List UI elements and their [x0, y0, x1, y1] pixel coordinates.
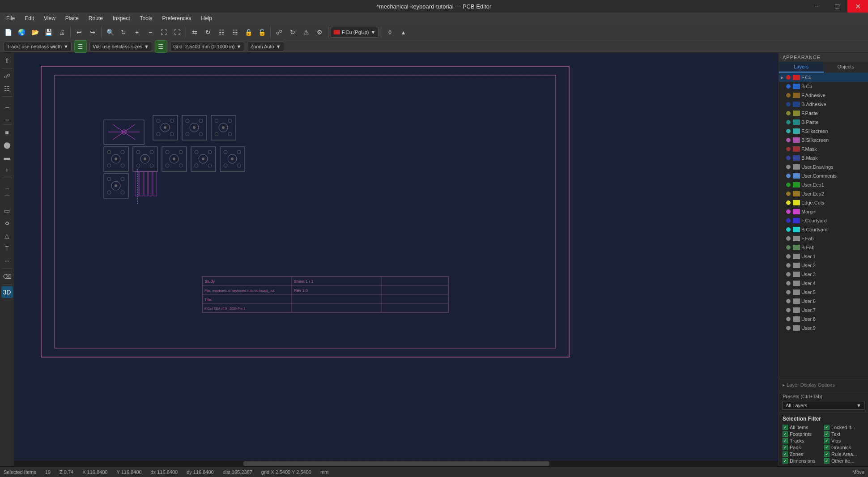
redo2-button[interactable]: ↻: [117, 26, 130, 38]
layer-visibility-dot[interactable]: [786, 156, 791, 160]
layer-visibility-dot[interactable]: [786, 102, 791, 106]
layer-visibility-dot[interactable]: [786, 236, 791, 241]
layer-visibility-dot[interactable]: [786, 254, 791, 259]
ungroup-button[interactable]: ☷: [229, 26, 241, 38]
delete-tool[interactable]: ⌫: [1, 271, 13, 282]
undo-button[interactable]: ↩: [73, 26, 85, 38]
layer-row[interactable]: F.Paste: [779, 109, 868, 118]
layer-visibility-dot[interactable]: [786, 120, 791, 124]
layer-row[interactable]: Margin: [779, 207, 868, 216]
sf-item[interactable]: ✓Locked it...: [824, 425, 864, 430]
add-zone-tool[interactable]: ▬: [1, 152, 13, 163]
sf-item[interactable]: ✓Dimensions: [783, 458, 823, 464]
draw-line-tool[interactable]: ⎯: [1, 180, 13, 192]
layer-row[interactable]: User.6: [779, 297, 868, 306]
sf-item[interactable]: ✓Rule Area...: [824, 451, 864, 457]
layer-visibility-dot[interactable]: [786, 165, 791, 169]
scrollbar-thumb[interactable]: [243, 461, 549, 466]
route-diff-tool[interactable]: ⎯: [1, 111, 13, 123]
layer-visibility-dot[interactable]: [786, 138, 791, 142]
layer-row[interactable]: B.Mask: [779, 153, 868, 162]
draw-rect-tool[interactable]: ▭: [1, 205, 13, 217]
track-selector[interactable]: Track: use netclass width ▼: [4, 42, 72, 51]
layer-visibility-dot[interactable]: [786, 209, 791, 214]
layer-row[interactable]: User.Eco2: [779, 189, 868, 198]
zoom-in-button[interactable]: +: [131, 26, 143, 38]
layer-row[interactable]: F.Adhesive: [779, 91, 868, 100]
rotate-button[interactable]: ↻: [202, 26, 214, 38]
layer-row[interactable]: User.1: [779, 252, 868, 261]
layer-row[interactable]: ▶F.Cu: [779, 73, 868, 82]
layer-visibility-dot[interactable]: [786, 281, 791, 285]
sf-item[interactable]: ✓Other ite...: [824, 458, 864, 464]
draw-arc-tool[interactable]: ⌒: [1, 192, 13, 204]
sf-item[interactable]: ✓All items: [783, 425, 823, 430]
new-file-button[interactable]: 📄: [2, 26, 14, 38]
layer-row[interactable]: B.Adhesive: [779, 100, 868, 109]
layers-panel[interactable]: ▶F.CuB.CuF.AdhesiveB.AdhesiveF.PasteB.Pa…: [779, 73, 868, 379]
layer-visibility-dot[interactable]: [786, 200, 791, 205]
layer-row[interactable]: User.4: [779, 279, 868, 288]
layer-visibility-dot[interactable]: [786, 317, 791, 321]
layer-row[interactable]: Edge.Cuts: [779, 198, 868, 207]
layer-row[interactable]: User.8: [779, 315, 868, 324]
layer-visibility-dot[interactable]: [786, 174, 791, 178]
layer-visibility-dot[interactable]: [786, 290, 791, 294]
menu-route[interactable]: Route: [84, 14, 107, 22]
menu-view[interactable]: View: [39, 14, 60, 22]
3d-view-tool[interactable]: 3D: [1, 286, 13, 298]
sf-checkbox[interactable]: ✓: [824, 458, 830, 464]
draw-circle-tool[interactable]: ⭘: [1, 217, 13, 229]
zoom-selection-button[interactable]: ⛶: [171, 26, 183, 38]
netinspector-button[interactable]: ▴: [397, 26, 409, 38]
sf-checkbox[interactable]: ✓: [783, 431, 788, 437]
layer-visibility-dot[interactable]: [786, 227, 791, 232]
layer-row[interactable]: F.Fab: [779, 234, 868, 243]
grid-selector[interactable]: Grid: 2.5400 mm (0.1000 in) ▼: [170, 42, 244, 51]
via-selector[interactable]: Via: use netclass sizes ▼: [89, 42, 152, 51]
menu-preferences[interactable]: Preferences: [158, 14, 196, 22]
layer-selector[interactable]: F.Cu (PgUp) ▼: [331, 27, 379, 38]
sf-item[interactable]: ✓Vias: [824, 438, 864, 443]
sf-item[interactable]: ✓Text: [824, 431, 864, 437]
layer-visibility-dot[interactable]: [786, 272, 791, 277]
layer-row[interactable]: B.Silkscreen: [779, 136, 868, 145]
open-gerber-button[interactable]: 🌏: [15, 26, 28, 38]
zoom-fit-button[interactable]: ⛶: [157, 26, 170, 38]
layer-visibility-dot[interactable]: [786, 111, 791, 115]
layer-visibility-dot[interactable]: [786, 263, 791, 268]
tab-layers[interactable]: Layers: [779, 62, 824, 72]
sf-checkbox[interactable]: ✓: [824, 445, 830, 450]
save-button[interactable]: 💾: [42, 26, 55, 38]
add-text-tool[interactable]: T: [1, 243, 13, 254]
layer-visibility-dot[interactable]: [786, 299, 791, 303]
layer-visibility-dot[interactable]: [786, 218, 791, 223]
sf-checkbox[interactable]: ✓: [824, 438, 830, 443]
sf-checkbox[interactable]: ✓: [783, 458, 788, 464]
sf-checkbox[interactable]: ✓: [824, 431, 830, 437]
horizontal-scrollbar[interactable]: [14, 461, 779, 466]
open-file-button[interactable]: 📂: [29, 26, 41, 38]
drc-button[interactable]: ⚠: [300, 26, 312, 38]
layer-visibility-dot[interactable]: [786, 75, 791, 80]
netlist-button[interactable]: ☍: [273, 26, 285, 38]
zoom-selector[interactable]: Zoom Auto ▼: [247, 42, 284, 51]
canvas-area[interactable]: Study File: mechanical-keyboard-tutorial…: [14, 53, 779, 466]
presets-dropdown[interactable]: All Layers ▼: [783, 401, 864, 410]
sf-checkbox[interactable]: ✓: [783, 438, 788, 443]
layer-visibility-dot[interactable]: [786, 192, 791, 196]
menu-tools[interactable]: Tools: [136, 14, 157, 22]
sf-checkbox[interactable]: ✓: [824, 425, 830, 430]
layer-row[interactable]: User.Drawings: [779, 162, 868, 171]
menu-file[interactable]: File: [2, 14, 19, 22]
menu-edit[interactable]: Edit: [20, 14, 38, 22]
layer-row[interactable]: User.3: [779, 270, 868, 279]
sf-checkbox[interactable]: ✓: [824, 451, 830, 457]
layer-visibility-dot[interactable]: [786, 129, 791, 133]
select-tool[interactable]: ⇧: [1, 55, 13, 66]
draw-polygon-tool[interactable]: △: [1, 230, 13, 242]
menu-inspect[interactable]: Inspect: [108, 14, 135, 22]
group-button[interactable]: ☷: [215, 26, 228, 38]
lock-button[interactable]: 🔒: [242, 26, 255, 38]
layer-visibility-dot[interactable]: [786, 245, 791, 250]
